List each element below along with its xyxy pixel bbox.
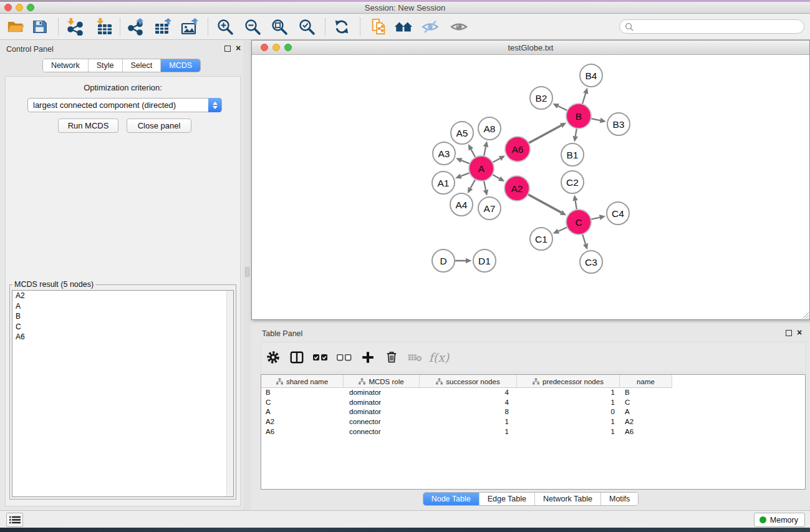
import-network-icon[interactable] — [65, 17, 85, 37]
node-label: A8 — [484, 123, 496, 134]
node-label: A2 — [511, 183, 523, 194]
node-label: C — [575, 217, 582, 228]
table-cell: dominator — [344, 398, 420, 408]
result-item[interactable]: A — [12, 301, 233, 312]
clone-network-icon[interactable] — [369, 17, 388, 37]
zoom-out-icon[interactable] — [243, 17, 263, 37]
network-window-title: testGlobe.txt — [252, 43, 809, 52]
column-header-predecessor-nodes[interactable]: predecessor nodes — [517, 375, 620, 388]
table-cell: 1 — [420, 427, 517, 437]
table-row[interactable]: Adominator80A — [261, 407, 805, 417]
export-network-icon[interactable] — [126, 17, 146, 37]
table-cell: connector — [344, 427, 420, 437]
node-table: shared nameMCDS rolesuccessor nodesprede… — [261, 374, 806, 490]
import-table-icon[interactable] — [94, 17, 114, 37]
save-session-icon[interactable] — [29, 17, 49, 37]
tab-edge-table[interactable]: Edge Table — [480, 493, 535, 505]
split-pane-divider[interactable] — [243, 40, 251, 511]
network-window-titlebar[interactable]: testGlobe.txt — [252, 41, 809, 55]
close-panel-icon[interactable]: × — [797, 327, 802, 338]
table-row[interactable]: A6connector11A6 — [261, 427, 805, 437]
divider-grip[interactable] — [245, 267, 249, 277]
table-cell: 1 — [517, 417, 620, 427]
node-label: C1 — [535, 234, 547, 244]
edge-arrowhead — [466, 258, 472, 264]
column-header-shared-name[interactable]: shared name — [261, 375, 344, 388]
search-input[interactable] — [634, 22, 789, 31]
table-cell: dominator — [344, 407, 420, 417]
tab-mcds[interactable]: MCDS — [161, 59, 200, 72]
tab-select[interactable]: Select — [123, 59, 162, 72]
show-all-icon[interactable] — [449, 17, 469, 37]
column-settings-icon[interactable] — [261, 347, 285, 368]
node-label: A3 — [438, 148, 450, 159]
network-graph[interactable]: B4B2BB3A8A5A6A3B1AC2A1A2A4A7C4CC1DD1C3 — [252, 55, 809, 319]
memory-button[interactable]: Memory — [754, 513, 805, 527]
table-cell: 1 — [517, 398, 620, 408]
node-label: B — [576, 111, 582, 122]
table-cell: B — [261, 388, 344, 398]
edge-arrowhead — [599, 215, 605, 220]
run-mcds-button[interactable]: Run MCDS — [58, 118, 118, 133]
zoom-fit-icon[interactable] — [269, 17, 289, 37]
result-scrollbar[interactable] — [226, 291, 233, 496]
open-file-icon[interactable] — [6, 17, 26, 37]
control-panel-header: Control Panel × — [0, 40, 243, 59]
result-item[interactable]: A6 — [12, 332, 233, 342]
resize-grip-icon[interactable] — [800, 310, 809, 319]
table-row[interactable]: Cdominator41C — [261, 398, 805, 408]
table-cell: A6 — [620, 427, 672, 437]
export-table-icon[interactable] — [153, 17, 173, 37]
node-label: B2 — [536, 93, 547, 104]
zoom-selected-icon[interactable] — [297, 17, 317, 37]
first-neighbors-icon[interactable] — [393, 17, 413, 37]
attribute-type-icon — [436, 378, 443, 385]
table-header-row: shared nameMCDS rolesuccessor nodesprede… — [261, 375, 672, 388]
result-item[interactable]: C — [12, 322, 233, 332]
export-image-icon[interactable] — [180, 17, 200, 37]
column-header-successor-nodes[interactable]: successor nodes — [420, 375, 517, 388]
node-label: A4 — [456, 200, 468, 210]
tab-node-table[interactable]: Node Table — [423, 493, 480, 505]
attribute-type-icon — [533, 378, 539, 385]
tab-motifs[interactable]: Motifs — [601, 493, 638, 505]
table-cell: 4 — [420, 398, 517, 408]
toolbar-separator — [58, 18, 59, 36]
column-header-MCDS-role[interactable]: MCDS role — [344, 375, 420, 388]
add-icon[interactable] — [356, 347, 380, 368]
toolbar-separator — [360, 18, 360, 36]
table-row[interactable]: Bdominator41B — [261, 388, 805, 398]
tab-style[interactable]: Style — [89, 59, 123, 72]
table-panel-tabs: Node TableEdge TableNetwork TableMotifs — [423, 492, 639, 506]
column-header-name[interactable]: name — [620, 375, 672, 388]
apply-layout-icon[interactable] — [332, 17, 352, 37]
close-panel-button[interactable]: Close panel — [127, 118, 191, 133]
node-label: A1 — [438, 178, 450, 188]
table-cell: A — [620, 407, 672, 417]
table-row[interactable]: A2connector11A2 — [261, 417, 805, 427]
close-panel-icon[interactable]: × — [236, 42, 241, 54]
float-panel-icon[interactable] — [224, 46, 231, 52]
search-field[interactable] — [619, 19, 804, 34]
hide-selected-icon[interactable] — [420, 17, 440, 37]
result-item[interactable]: A2 — [12, 291, 233, 301]
optimization-criterion-select[interactable]: largest connected component (directed) — [27, 98, 222, 112]
mcds-result-title: MCDS result (5 nodes) — [12, 280, 95, 289]
node-label: A — [478, 163, 485, 174]
select-all-icon[interactable] — [309, 347, 332, 368]
toolbar-separator — [120, 18, 120, 36]
node-label: A7 — [484, 203, 496, 214]
node-label: C4 — [612, 208, 624, 219]
deselect-all-icon[interactable] — [332, 347, 356, 368]
table-cell: connector — [344, 417, 420, 427]
float-panel-icon[interactable] — [786, 330, 792, 336]
ui-settings-button[interactable] — [6, 513, 23, 527]
show-column-icon[interactable] — [285, 347, 309, 368]
tab-network[interactable]: Network — [43, 59, 89, 72]
tab-network-table[interactable]: Network Table — [535, 493, 601, 505]
table-cell: dominator — [344, 388, 420, 398]
zoom-in-icon[interactable] — [215, 17, 235, 37]
table-cell: 1 — [517, 388, 620, 398]
result-item[interactable]: B — [12, 311, 233, 322]
delete-icon[interactable] — [380, 347, 403, 368]
